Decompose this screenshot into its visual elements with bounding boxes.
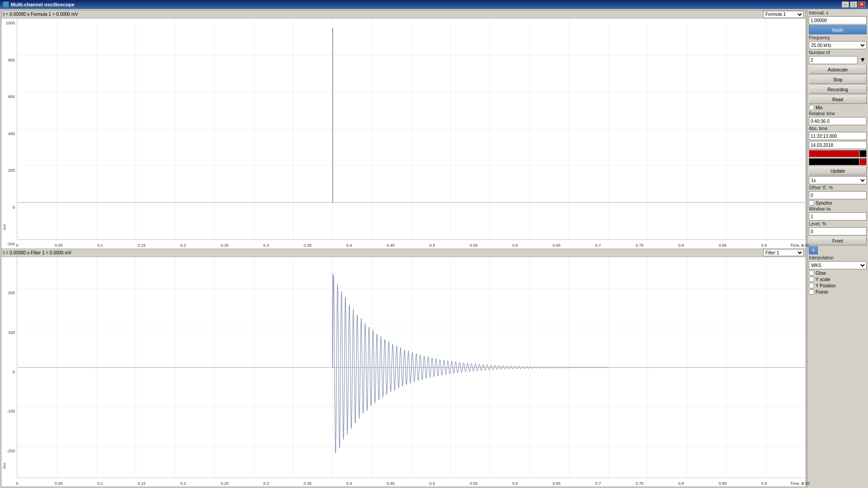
chart1-plot[interactable] <box>17 19 806 239</box>
chart1-y-label: 800 <box>8 58 15 62</box>
chart2-plot[interactable] <box>17 257 806 478</box>
synchro-row: Synchro <box>809 200 867 206</box>
mix-label: Mix <box>816 105 823 110</box>
chart2-dropdown[interactable]: Filter 1 <box>763 249 804 256</box>
front-button[interactable]: Front <box>809 236 867 245</box>
x-label: 0.6 <box>512 481 518 486</box>
chart2-y-label: 100 <box>8 330 15 335</box>
x-label: 0.25 <box>221 481 229 486</box>
autoscale-button[interactable]: Autoscale <box>809 65 867 74</box>
chart1-panel: t = 0.00000 s Formula 1 = 0.0000 mV Form… <box>1 10 806 249</box>
number-of-label: Number of <box>809 50 867 55</box>
read-button[interactable]: Read <box>809 95 867 104</box>
x-axis-title: Time, s <box>790 243 803 248</box>
update-button[interactable]: Update <box>809 166 867 175</box>
y-scale-row: Y scale <box>809 277 867 282</box>
x-label: 0.35 <box>304 243 312 248</box>
x-label: 0.55 <box>470 243 478 248</box>
y-scale-checkbox[interactable] <box>809 277 814 282</box>
x-label: 0.5 <box>429 481 435 486</box>
y-scale-label: Y scale <box>816 277 830 282</box>
chart2-y-label: 200 <box>8 291 15 295</box>
x-label: 0.55 <box>470 481 478 486</box>
number-of-arrow[interactable]: ▼ <box>859 56 867 64</box>
glow-label: Glow <box>816 271 826 276</box>
mix-checkbox[interactable] <box>809 105 814 110</box>
chart1-dropdown[interactable]: Formula 1 <box>763 11 804 18</box>
frequency-label: Frequency <box>809 35 867 40</box>
x-label: 0.7 <box>595 243 601 248</box>
points-checkbox[interactable] <box>809 289 814 295</box>
synchro-checkbox[interactable] <box>809 200 814 206</box>
maximize-button[interactable]: □ <box>850 1 857 8</box>
chart1-header-text: t = 0.00000 s Formula 1 = 0.0000 mV <box>3 12 78 17</box>
x-label: 0.8 <box>678 481 684 486</box>
date-input[interactable] <box>809 141 867 149</box>
x-label: 0.4 <box>346 243 352 248</box>
title-bar: Multi-channel oscilloscope ─ □ ✕ <box>0 0 868 9</box>
x-label: 0.75 <box>636 243 644 248</box>
color-bar-1[interactable] <box>809 150 867 157</box>
plus-button[interactable]: + <box>809 246 818 254</box>
apply-button[interactable]: Apply <box>809 25 867 34</box>
chart2-y-unit: mV <box>2 463 7 469</box>
color-bar-black-1 <box>859 150 867 157</box>
x-label: 0.3 <box>263 243 269 248</box>
level-input[interactable] <box>809 227 867 235</box>
y-position-checkbox[interactable] <box>809 283 814 288</box>
chart2-y-axis: mV-200-1000100200 <box>1 257 17 478</box>
x-axis-title: Time, s <box>790 481 803 486</box>
window-no-input[interactable] <box>809 212 867 221</box>
chart1-y-label: 400 <box>8 131 15 136</box>
x-label: 0.7 <box>595 481 601 486</box>
offset-input[interactable] <box>809 191 867 199</box>
level-label: Level, % <box>809 221 867 226</box>
chart2-y-label: 0 <box>13 370 15 374</box>
stop-button[interactable]: Stop <box>809 75 867 84</box>
chart2-x-axis: 00.050.10.150.20.250.30.350.40.450.50.55… <box>17 478 806 487</box>
chart1-y-label: 1000 <box>6 21 15 25</box>
x-label: 0.6 <box>512 243 518 248</box>
number-of-row: ▼ <box>809 56 867 64</box>
update-interval-select[interactable]: 1s <box>809 176 867 184</box>
x-label: 0.65 <box>552 243 561 248</box>
color-bar-2[interactable] <box>809 158 867 165</box>
frequency-select[interactable]: 25.00 kHz <box>809 41 867 49</box>
points-row: Points <box>809 289 867 295</box>
recording-button[interactable]: Recording <box>809 85 867 94</box>
interpolation-select[interactable]: WKS <box>809 261 867 269</box>
y-position-row: Y Position <box>809 283 867 288</box>
close-button[interactable]: ✕ <box>858 1 865 8</box>
chart2-inner: mV-200-1000100200 <box>1 257 806 478</box>
x-label: 0.75 <box>636 481 644 486</box>
main-content: t = 0.00000 s Formula 1 = 0.0000 mV Form… <box>0 9 868 488</box>
x-label: 0.9 <box>761 481 767 486</box>
x-label: 0.1 <box>97 243 103 248</box>
x-label: 0.85 <box>719 243 727 248</box>
x-label: 0.35 <box>304 481 312 486</box>
app-window: Multi-channel oscilloscope ─ □ ✕ t = 0.0… <box>0 0 868 488</box>
relative-time-label: Relative time <box>809 111 867 116</box>
x-label: 0.1 <box>97 481 103 486</box>
chart1-y-unit: mV <box>2 224 7 230</box>
abs-time-label: Abs. time <box>809 126 867 131</box>
color-bar-black-2 <box>809 158 859 165</box>
offset-label: Offset '0', % <box>809 185 867 190</box>
x-label: 0.05 <box>55 243 63 248</box>
abs-time-input[interactable] <box>809 132 867 140</box>
chart2-header: t = 0.00000 s Filter 1 = 0.0000 mV Filte… <box>1 249 806 257</box>
app-icon <box>3 1 9 8</box>
x-label: 0.45 <box>387 243 395 248</box>
x-label: 0.2 <box>180 481 186 486</box>
points-label: Points <box>816 290 828 295</box>
interval-input[interactable] <box>809 16 867 24</box>
x-label: 0.05 <box>55 481 63 486</box>
x-label: 0.45 <box>387 481 395 486</box>
minimize-button[interactable]: ─ <box>842 1 849 8</box>
x-label: 0.15 <box>138 243 146 248</box>
glow-checkbox[interactable] <box>809 270 814 276</box>
relative-time-input[interactable] <box>809 117 867 125</box>
number-of-input[interactable] <box>809 56 858 64</box>
x-label: 0.15 <box>138 481 146 486</box>
x-label: 0.85 <box>719 481 727 486</box>
